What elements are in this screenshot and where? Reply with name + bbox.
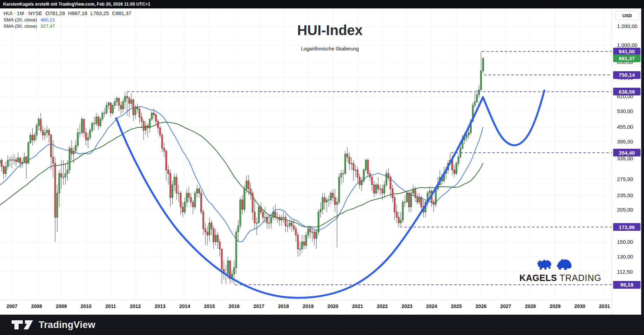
candle-body [182, 207, 184, 212]
candle-body [126, 96, 128, 98]
legend-open-value: O781,28 [45, 11, 65, 16]
candle-body [318, 212, 319, 232]
candle-body [128, 98, 130, 103]
tradingview-logo-icon[interactable] [11, 319, 34, 330]
candle-body [108, 103, 109, 105]
currency-unit-button[interactable]: USD [615, 11, 639, 20]
candle-body [174, 177, 175, 185]
candle-body [122, 102, 124, 109]
candle-body [77, 133, 79, 146]
candle-body [18, 158, 19, 162]
candle-body [345, 154, 346, 174]
candle-body [95, 117, 97, 123]
candle-body [289, 223, 291, 226]
candle-body [57, 193, 58, 217]
time-axis[interactable]: 2007200820092010201120122013201420152016… [0, 300, 612, 315]
price-axis-label: 275,00 [617, 176, 633, 182]
candle-body [435, 189, 437, 205]
candle-body [147, 126, 148, 128]
tradingview-brand-name[interactable]: TradingView [39, 320, 95, 330]
candle-body [50, 135, 52, 157]
footer-bar: TradingView [0, 315, 644, 335]
candle-body [28, 143, 29, 163]
candle-body [244, 189, 245, 209]
kagels-watermark: KAGELS TRADING [519, 257, 590, 283]
candle-body [38, 119, 39, 126]
candle-body [192, 202, 194, 207]
candle-body [30, 135, 31, 143]
candle-body [279, 217, 280, 220]
candle-body [483, 58, 484, 71]
candle-body [376, 185, 377, 193]
candle-body [9, 160, 11, 160]
year-axis-label: 2021 [350, 303, 365, 309]
candle-body [347, 154, 348, 157]
candle-body [221, 249, 223, 269]
price-axis-label: 205,00 [617, 207, 633, 213]
candle-body [433, 202, 434, 205]
candle-body [120, 105, 122, 109]
candle-body [384, 185, 385, 193]
year-axis-label: 2012 [128, 303, 143, 309]
candle-body [36, 126, 37, 135]
legend-main-row[interactable]: HUI · 1M · NYSE O781,28 H887,18 L763,25 … [4, 11, 131, 16]
candle-body [336, 202, 338, 205]
candle-body [369, 174, 371, 177]
candle-body [480, 71, 482, 90]
price-axis[interactable]: USD 1.200,001.000,00850,00730,00610,0053… [612, 8, 641, 314]
candle-body [388, 174, 389, 177]
candle-body [458, 157, 459, 163]
candle-body [44, 133, 46, 135]
candle-body [349, 157, 350, 163]
candle-body [340, 174, 342, 177]
candle-body [353, 163, 354, 170]
candle-body [254, 212, 255, 223]
candle-body [304, 242, 305, 245]
legend-symbol[interactable]: HUI · 1M · NYSE [4, 11, 42, 16]
candle-body [330, 193, 332, 200]
candle-body [118, 98, 120, 105]
candle-body [153, 113, 155, 115]
legend-sma20-row[interactable]: SMA (20, close) 460,21 [4, 17, 131, 22]
candle-body [373, 185, 375, 193]
year-axis-label: 2007 [4, 303, 20, 309]
candle-body [316, 232, 317, 238]
candle-body [355, 170, 356, 170]
candle-body [305, 235, 307, 245]
candle-body [166, 151, 167, 170]
year-axis-label: 2018 [276, 303, 291, 309]
legend-sma50-row[interactable]: SMA (50, close) 327,47 [4, 24, 131, 29]
candle-body [396, 212, 397, 217]
year-axis-label: 2029 [547, 303, 563, 309]
candle-body [5, 167, 7, 174]
candle-body [7, 160, 8, 166]
candle-body [3, 167, 5, 174]
candle-body [75, 146, 77, 151]
year-axis-label: 2030 [572, 303, 587, 309]
candle-body [326, 200, 327, 202]
candle-body [275, 212, 276, 217]
candle-body [412, 189, 414, 193]
candle-body [34, 135, 35, 140]
chart-legend[interactable]: HUI · 1M · NYSE O781,28 H887,18 L763,25 … [4, 11, 131, 29]
year-axis-label: 2022 [374, 303, 390, 309]
candle-body [178, 193, 179, 193]
candle-body [172, 185, 173, 197]
candle-body [170, 174, 171, 197]
candle-body [207, 232, 208, 235]
candle-body [215, 235, 216, 242]
candle-body [151, 113, 153, 119]
candle-body [398, 217, 399, 223]
candle-body [386, 174, 387, 185]
sma50-line [0, 122, 483, 227]
candle-body [264, 217, 266, 218]
candle-body [338, 177, 340, 202]
candle-body [258, 207, 260, 223]
candle-body [110, 103, 112, 113]
candle-body [26, 157, 27, 163]
candle-body [297, 235, 299, 249]
legend-low-value: L763,25 [91, 11, 109, 16]
candle-body [324, 197, 325, 202]
candle-body [404, 202, 406, 202]
candle-body [285, 217, 286, 226]
